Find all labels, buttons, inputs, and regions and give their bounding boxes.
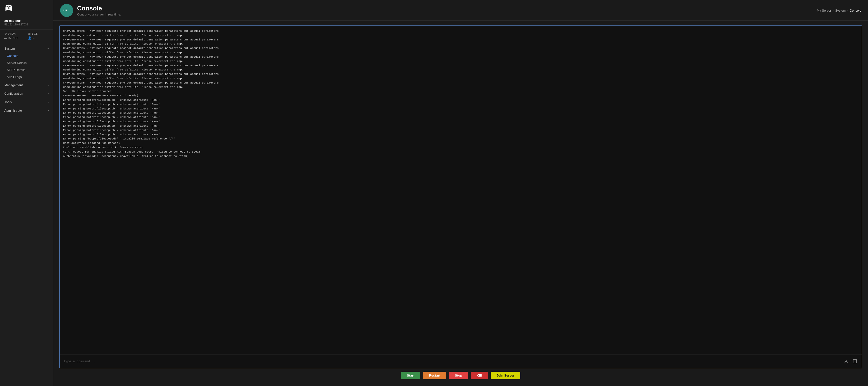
disk-icon: ▬ xyxy=(4,36,7,40)
breadcrumb: My Server › System › Console xyxy=(817,9,861,12)
svg-rect-0 xyxy=(64,9,64,9)
system-chevron-icon: ▾ xyxy=(48,47,49,50)
header-text-group: Console Control your server in real time… xyxy=(77,5,121,16)
configuration-label: Configuration xyxy=(4,92,23,96)
send-command-button[interactable] xyxy=(842,357,850,365)
console-output: CNavGenParams - Nav mesh requests projec… xyxy=(60,26,862,354)
terminal-icon xyxy=(63,8,70,13)
nav-section-management-header[interactable]: Management › xyxy=(0,81,53,89)
system-label: System xyxy=(4,47,15,50)
nav-section-management: Management › xyxy=(0,81,53,89)
action-bar: Start Restart Stop Kill Join Server xyxy=(59,368,862,381)
svg-rect-4 xyxy=(66,9,67,9)
breadcrumb-sep-2: › xyxy=(847,9,848,12)
cpu-stat: ⊙ 0.89% xyxy=(4,32,26,35)
console-input[interactable] xyxy=(62,357,842,366)
svg-rect-2 xyxy=(64,10,64,11)
start-button[interactable]: Start xyxy=(401,372,420,379)
join-server-button[interactable]: Join Server xyxy=(491,372,520,379)
ram-icon: ▦ xyxy=(28,32,31,35)
ram-stat: ▦ 1 GB xyxy=(28,32,49,35)
disk-value: 37.7 GB xyxy=(8,37,18,39)
nav-section-administrate: Administrate • xyxy=(0,107,53,114)
breadcrumb-server: My Server xyxy=(817,9,831,12)
cpu-icon: ⊙ xyxy=(4,32,7,35)
console-panel: CNavGenParams - Nav mesh requests projec… xyxy=(59,26,862,368)
fullscreen-icon xyxy=(852,359,857,364)
nav: System ▾ Console Server Details SFTP Det… xyxy=(0,43,53,386)
breadcrumb-section: System xyxy=(835,9,846,12)
sidebar-item-audit-logs[interactable]: Audit Logs xyxy=(0,73,53,80)
breadcrumb-page: Console xyxy=(849,9,861,12)
nav-section-system: System ▾ Console Server Details SFTP Det… xyxy=(0,45,53,80)
main-area: Console Control your server in real time… xyxy=(53,0,868,386)
svg-rect-1 xyxy=(65,9,65,9)
sidebar-logo xyxy=(0,0,53,16)
page-header: Console Control your server in real time… xyxy=(53,0,868,21)
disk-stat: ▬ 37.7 GB xyxy=(4,36,26,40)
breadcrumb-sep-1: › xyxy=(833,9,834,12)
console-header-icon xyxy=(60,4,73,17)
server-stats: ⊙ 0.89% ▦ 1 GB ▬ 37.7 GB 👤 -- xyxy=(0,30,53,43)
cpu-value: 0.89% xyxy=(8,32,16,35)
management-chevron-icon: › xyxy=(48,84,49,86)
configuration-chevron-icon: › xyxy=(48,92,49,95)
page-subtitle: Control your server in real time. xyxy=(77,12,121,16)
app-logo-icon xyxy=(4,4,13,12)
nav-section-tools-header[interactable]: Tools › xyxy=(0,98,53,106)
sidebar: au-cs2-surf 51.161.199.6:27039 ⊙ 0.89% ▦… xyxy=(0,0,53,386)
administrate-dot-icon: • xyxy=(48,109,49,112)
server-name: au-cs2-surf xyxy=(4,19,49,23)
page-title: Console xyxy=(77,5,121,12)
tools-chevron-icon: › xyxy=(48,101,49,103)
nav-section-configuration: Configuration › xyxy=(0,90,53,97)
tools-label: Tools xyxy=(4,100,12,104)
sidebar-item-server-details[interactable]: Server Details xyxy=(0,59,53,66)
players-icon: 👤 xyxy=(28,36,32,40)
kill-button[interactable]: Kill xyxy=(471,372,488,379)
ram-value: 1 GB xyxy=(32,32,38,35)
stop-button[interactable]: Stop xyxy=(449,372,468,379)
management-label: Management xyxy=(4,83,23,87)
sidebar-item-sftp-details[interactable]: SFTP Details xyxy=(0,66,53,73)
nav-section-configuration-header[interactable]: Configuration › xyxy=(0,90,53,97)
svg-rect-3 xyxy=(65,10,65,11)
administrate-label: Administrate xyxy=(4,109,22,112)
console-input-row xyxy=(60,355,862,368)
fullscreen-button[interactable] xyxy=(850,357,859,365)
nav-section-tools: Tools › xyxy=(0,98,53,106)
svg-rect-6 xyxy=(853,360,857,363)
header-left: Console Control your server in real time… xyxy=(60,4,121,17)
restart-button[interactable]: Restart xyxy=(423,372,446,379)
svg-rect-5 xyxy=(66,10,67,11)
players-stat: 👤 -- xyxy=(28,36,49,40)
players-value: -- xyxy=(33,37,34,39)
sidebar-item-console[interactable]: Console xyxy=(0,52,53,59)
nav-section-system-header[interactable]: System ▾ xyxy=(0,45,53,52)
server-info: au-cs2-surf 51.161.199.6:27039 xyxy=(0,16,53,30)
nav-section-administrate-header[interactable]: Administrate • xyxy=(0,107,53,114)
server-ip: 51.161.199.6:27039 xyxy=(4,23,49,26)
content-area: CNavGenParams - Nav mesh requests projec… xyxy=(53,21,868,386)
send-icon xyxy=(844,359,848,364)
